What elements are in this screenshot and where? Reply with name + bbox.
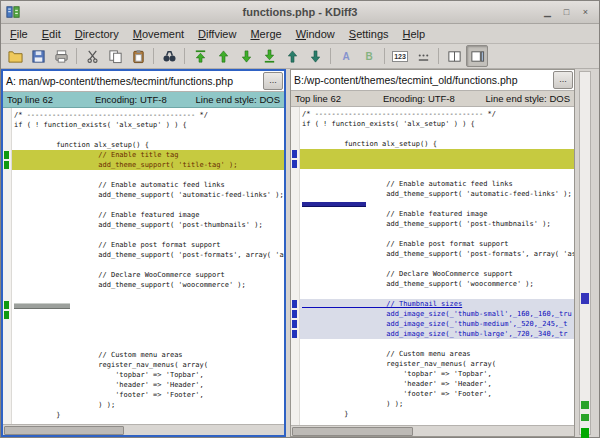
overview-column-icon[interactable] — [466, 45, 488, 67]
menu-item-merge[interactable]: Merge — [243, 26, 288, 42]
pane-a-hscroll-thumb[interactable] — [4, 426, 124, 435]
pane-a-header: A: man/wp-content/themes/tecmint/functio… — [3, 71, 284, 92]
prev-conflict-icon[interactable] — [281, 45, 303, 67]
pane-a-hscrollbar[interactable] — [3, 424, 284, 435]
last-delta-icon[interactable] — [258, 45, 280, 67]
toolbar-separator — [153, 48, 154, 64]
pane-b-browse-button[interactable]: ... — [553, 71, 573, 89]
show-line-numbers-icon[interactable]: 123 — [389, 45, 411, 67]
diff-margin-mark — [292, 300, 297, 308]
open-file-icon[interactable] — [4, 45, 26, 67]
cut-icon[interactable] — [81, 45, 103, 67]
close-button[interactable]: × — [578, 5, 593, 19]
diff-margin-mark — [4, 311, 9, 319]
pane-b-hscrollbar[interactable] — [291, 425, 574, 436]
copy-icon[interactable] — [104, 45, 126, 67]
print-icon[interactable] — [50, 45, 72, 67]
code-line: /* -------------------------------------… — [300, 109, 574, 119]
overview-diff-mark — [581, 428, 589, 438]
menu-item-settings[interactable]: Settings — [342, 26, 396, 42]
code-line: // Custom menu areas — [12, 350, 284, 360]
pane-b-code: /* -------------------------------------… — [300, 107, 574, 425]
pane-b-code-area[interactable]: /* -------------------------------------… — [291, 107, 574, 425]
code-line — [300, 159, 574, 169]
overview-diff-mark — [581, 401, 589, 409]
code-line: register_nav_menus( array( — [300, 359, 574, 369]
choose-a-icon[interactable]: A — [335, 45, 357, 67]
code-line: add_theme_support( 'woocommerce' ); — [12, 280, 284, 290]
kdiff3-window: functions.php - KDiff3 ▁ □ × FileEditDir… — [0, 0, 600, 438]
split-view-icon[interactable] — [443, 45, 465, 67]
save-icon[interactable] — [27, 45, 49, 67]
overview-track[interactable] — [579, 71, 591, 435]
pane-b-title: B:/wp-content/themes/tecmint_old/functio… — [291, 74, 553, 86]
diff-margin-mark — [292, 160, 297, 168]
menu-item-file[interactable]: File — [3, 26, 35, 42]
first-delta-icon[interactable] — [189, 45, 211, 67]
diff-panes: A: man/wp-content/themes/tecmint/functio… — [1, 69, 599, 437]
code-line — [12, 290, 284, 300]
code-line — [12, 260, 284, 270]
code-line: function alx_setup() { — [12, 140, 284, 150]
code-line — [12, 230, 284, 240]
code-line — [12, 320, 284, 330]
choose-b-icon[interactable]: B — [358, 45, 380, 67]
menu-item-window[interactable]: Window — [289, 26, 342, 42]
find-icon[interactable] — [158, 45, 180, 67]
overview-diff-mark — [581, 293, 589, 304]
code-line: add_theme_support( 'title-tag' ); — [12, 160, 284, 170]
next-conflict-icon[interactable] — [304, 45, 326, 67]
code-line — [300, 229, 574, 239]
code-line: 'topbar' => 'Topbar', — [300, 369, 574, 379]
pane-b: B:/wp-content/themes/tecmint_old/functio… — [290, 69, 575, 437]
code-line: // Enable automatic feed links — [12, 180, 284, 190]
pane-a-code-area[interactable]: /* -------------------------------------… — [3, 108, 284, 424]
next-delta-icon[interactable] — [235, 45, 257, 67]
diff-margin-mark — [4, 151, 9, 159]
menu-item-edit[interactable]: Edit — [35, 26, 68, 42]
code-line: ) ); — [12, 400, 284, 410]
code-line: add_theme_support( 'automatic-feed-links… — [12, 190, 284, 200]
window-title: functions.php - KDiff3 — [1, 6, 599, 18]
menu-item-diffview[interactable]: Diffview — [191, 26, 243, 42]
code-line: function alx_setup() { — [300, 139, 574, 149]
menu-item-directory[interactable]: Directory — [68, 26, 126, 42]
code-line: // Enable featured image — [300, 209, 574, 219]
pane-a-browse-button[interactable]: ... — [263, 72, 283, 90]
toolbar-separator — [184, 48, 185, 64]
pane-b-header: B:/wp-content/themes/tecmint_old/functio… — [291, 70, 574, 91]
pane-b-encoding: Encoding: UTF-8 — [383, 93, 483, 104]
code-line: // Declare WooCommerce support — [12, 270, 284, 280]
code-line: // Enable featured image — [12, 210, 284, 220]
minimize-button[interactable]: ▁ — [540, 5, 555, 19]
diff-overview-column[interactable] — [575, 69, 599, 437]
code-line — [12, 330, 284, 340]
menu-item-help[interactable]: Help — [396, 26, 433, 42]
paste-icon[interactable] — [127, 45, 149, 67]
code-line — [12, 170, 284, 180]
code-line: // Enable post format support — [300, 239, 574, 249]
code-line — [12, 340, 284, 350]
code-line: 'footer' => 'Footer', — [300, 389, 574, 399]
pane-b-margin — [291, 107, 300, 425]
show-whitespace-icon[interactable] — [412, 45, 434, 67]
maximize-button[interactable]: □ — [559, 5, 574, 19]
pane-a-margin — [3, 108, 12, 424]
prev-delta-icon[interactable] — [212, 45, 234, 67]
titlebar[interactable]: functions.php - KDiff3 ▁ □ × — [1, 1, 599, 24]
diff-margin-mark — [292, 150, 297, 158]
overview-diff-mark — [581, 414, 589, 421]
code-line: add_image_size(_'thumb-small',_160,_160,… — [300, 309, 574, 319]
menu-item-movement[interactable]: Movement — [126, 26, 191, 42]
toolbar-separator — [384, 48, 385, 64]
code-line: add_theme_support( 'post-thumbnails' ); — [300, 219, 574, 229]
code-line: 'header' => 'Header', — [12, 380, 284, 390]
toolbar-separator — [438, 48, 439, 64]
pane-b-hscroll-thumb[interactable] — [292, 427, 413, 436]
code-line: add_image_size(_'thumb-medium',_520,_245… — [300, 319, 574, 329]
code-line: add_image_size(_'thumb-large',_720,_340,… — [300, 329, 574, 339]
code-line: 'header' => 'Header', — [300, 379, 574, 389]
toolbar: A B 123 — [1, 44, 599, 69]
code-line — [300, 129, 574, 139]
code-line — [12, 130, 284, 140]
